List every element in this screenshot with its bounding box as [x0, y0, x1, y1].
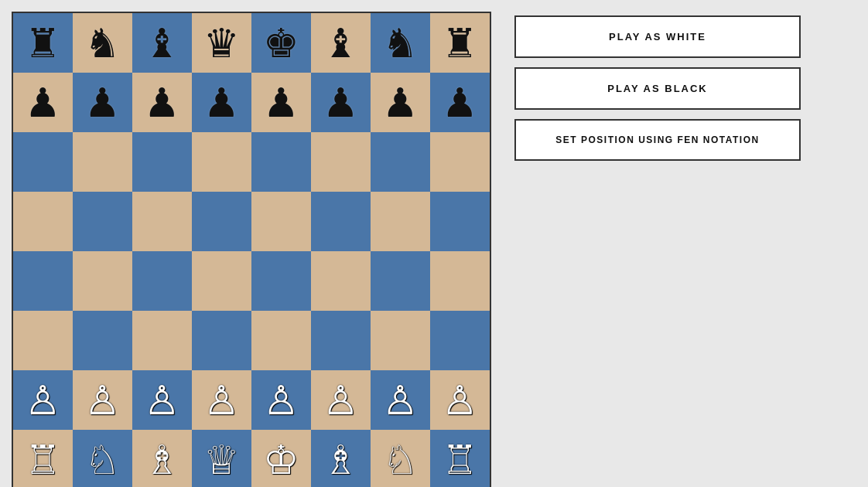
square-2-0[interactable]	[13, 132, 73, 192]
square-6-1[interactable]: ♙	[73, 370, 132, 430]
square-4-7[interactable]	[430, 251, 490, 311]
piece-wp-6-1: ♙	[84, 380, 121, 421]
square-4-6[interactable]	[371, 251, 430, 311]
square-1-3[interactable]: ♟	[192, 73, 251, 132]
square-3-1[interactable]	[73, 192, 132, 251]
square-5-2[interactable]	[132, 311, 192, 370]
piece-wp-6-7: ♙	[442, 380, 478, 421]
square-7-4[interactable]: ♔	[251, 430, 311, 487]
square-1-1[interactable]: ♟	[73, 73, 132, 132]
square-1-5[interactable]: ♟	[311, 73, 371, 132]
main-container: ♜♞♝♛♚♝♞♜♟♟♟♟♟♟♟♟♙♙♙♙♙♙♙♙♖♘♗♕♔♗♘♖ PLAY AS…	[0, 0, 868, 487]
square-2-3[interactable]	[192, 132, 251, 192]
square-0-6[interactable]: ♞	[371, 13, 430, 73]
square-0-1[interactable]: ♞	[73, 13, 132, 73]
piece-wp-6-3: ♙	[203, 380, 240, 421]
square-6-7[interactable]: ♙	[430, 370, 490, 430]
square-5-0[interactable]	[13, 311, 73, 370]
piece-bk-0-4: ♚	[263, 23, 299, 63]
square-6-3[interactable]: ♙	[192, 370, 251, 430]
piece-wq-7-3: ♕	[203, 440, 240, 480]
square-4-2[interactable]	[132, 251, 192, 311]
play-white-button[interactable]: PLAY AS WHITE	[514, 15, 801, 58]
square-0-0[interactable]: ♜	[13, 13, 73, 73]
square-7-0[interactable]: ♖	[13, 430, 73, 487]
piece-bp-1-4: ♟	[263, 83, 299, 123]
board-container: ♜♞♝♛♚♝♞♜♟♟♟♟♟♟♟♟♙♙♙♙♙♙♙♙♖♘♗♕♔♗♘♖	[12, 12, 491, 487]
piece-wk-7-4: ♔	[263, 440, 299, 480]
square-6-0[interactable]: ♙	[13, 370, 73, 430]
square-2-5[interactable]	[311, 132, 371, 192]
piece-wp-6-0: ♙	[25, 380, 61, 421]
square-2-7[interactable]	[430, 132, 490, 192]
square-3-3[interactable]	[192, 192, 251, 251]
piece-bp-1-3: ♟	[203, 83, 240, 123]
piece-br-0-7: ♜	[442, 23, 478, 63]
square-0-5[interactable]: ♝	[311, 13, 371, 73]
square-3-0[interactable]	[13, 192, 73, 251]
square-0-7[interactable]: ♜	[430, 13, 490, 73]
square-5-5[interactable]	[311, 311, 371, 370]
square-2-2[interactable]	[132, 132, 192, 192]
piece-bn-0-1: ♞	[84, 23, 121, 63]
square-6-2[interactable]: ♙	[132, 370, 192, 430]
square-6-4[interactable]: ♙	[251, 370, 311, 430]
piece-bp-1-2: ♟	[144, 83, 180, 123]
piece-wn-7-1: ♘	[84, 440, 121, 480]
square-5-4[interactable]	[251, 311, 311, 370]
square-7-5[interactable]: ♗	[311, 430, 371, 487]
piece-bp-1-5: ♟	[323, 83, 359, 123]
square-7-1[interactable]: ♘	[73, 430, 132, 487]
piece-bp-1-6: ♟	[382, 83, 419, 123]
square-1-0[interactable]: ♟	[13, 73, 73, 132]
square-4-1[interactable]	[73, 251, 132, 311]
square-4-4[interactable]	[251, 251, 311, 311]
piece-wb-7-5: ♗	[323, 440, 359, 480]
piece-wn-7-6: ♘	[382, 440, 419, 480]
square-3-2[interactable]	[132, 192, 192, 251]
square-7-2[interactable]: ♗	[132, 430, 192, 487]
piece-bp-1-7: ♟	[442, 83, 478, 123]
square-5-6[interactable]	[371, 311, 430, 370]
square-6-6[interactable]: ♙	[371, 370, 430, 430]
sidebar: PLAY AS WHITE PLAY AS BLACK SET POSITION…	[514, 12, 801, 161]
piece-bb-0-2: ♝	[144, 23, 180, 63]
set-fen-button[interactable]: SET POSITION USING FEN NOTATION	[514, 119, 801, 161]
piece-wp-6-4: ♙	[263, 380, 299, 421]
square-0-2[interactable]: ♝	[132, 13, 192, 73]
piece-wp-6-2: ♙	[144, 380, 180, 421]
square-1-7[interactable]: ♟	[430, 73, 490, 132]
square-4-5[interactable]	[311, 251, 371, 311]
square-2-4[interactable]	[251, 132, 311, 192]
piece-wb-7-2: ♗	[144, 440, 180, 480]
square-4-3[interactable]	[192, 251, 251, 311]
square-5-3[interactable]	[192, 311, 251, 370]
square-3-7[interactable]	[430, 192, 490, 251]
piece-bp-1-1: ♟	[84, 83, 121, 123]
piece-wp-6-5: ♙	[323, 380, 359, 421]
play-black-button[interactable]: PLAY AS BLACK	[514, 67, 801, 110]
piece-bb-0-5: ♝	[323, 23, 359, 63]
piece-bq-0-3: ♛	[203, 23, 240, 63]
square-3-5[interactable]	[311, 192, 371, 251]
square-1-4[interactable]: ♟	[251, 73, 311, 132]
chess-board: ♜♞♝♛♚♝♞♜♟♟♟♟♟♟♟♟♙♙♙♙♙♙♙♙♖♘♗♕♔♗♘♖	[12, 12, 491, 487]
square-1-6[interactable]: ♟	[371, 73, 430, 132]
square-3-4[interactable]	[251, 192, 311, 251]
piece-wp-6-6: ♙	[382, 380, 419, 421]
square-4-0[interactable]	[13, 251, 73, 311]
square-3-6[interactable]	[371, 192, 430, 251]
square-7-3[interactable]: ♕	[192, 430, 251, 487]
square-5-1[interactable]	[73, 311, 132, 370]
square-7-7[interactable]: ♖	[430, 430, 490, 487]
square-5-7[interactable]	[430, 311, 490, 370]
square-2-1[interactable]	[73, 132, 132, 192]
square-1-2[interactable]: ♟	[132, 73, 192, 132]
square-0-3[interactable]: ♛	[192, 13, 251, 73]
piece-wr-7-0: ♖	[25, 440, 61, 480]
square-7-6[interactable]: ♘	[371, 430, 430, 487]
square-6-5[interactable]: ♙	[311, 370, 371, 430]
square-0-4[interactable]: ♚	[251, 13, 311, 73]
square-2-6[interactable]	[371, 132, 430, 192]
piece-bp-1-0: ♟	[25, 83, 61, 123]
